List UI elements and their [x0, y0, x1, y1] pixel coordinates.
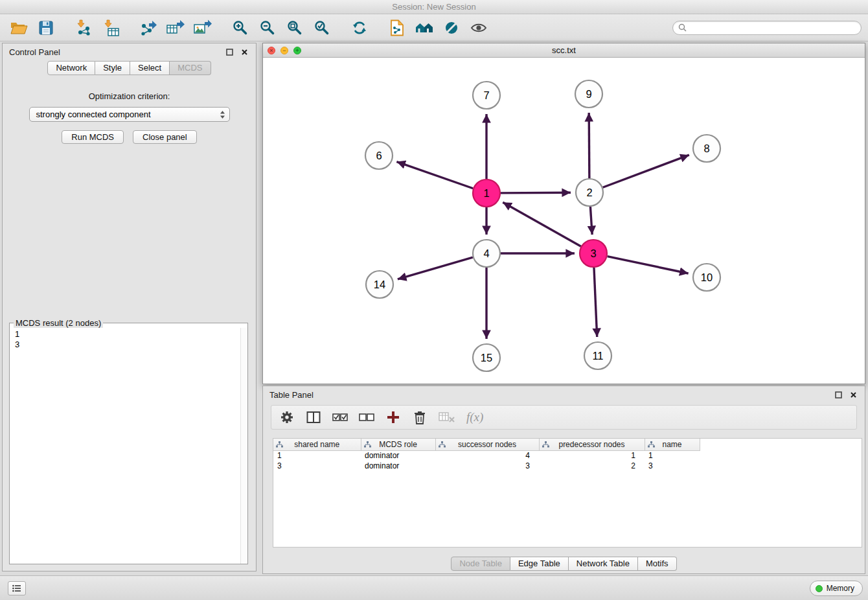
zoom-selected-button[interactable] [308, 16, 336, 40]
table-cell[interactable]: 4 [435, 450, 539, 461]
search-input[interactable] [690, 23, 856, 32]
graph-edge-2-9[interactable] [589, 113, 589, 178]
result-scrollbar[interactable] [240, 328, 247, 564]
tab-mcds[interactable]: MCDS [170, 61, 211, 75]
close-window-icon[interactable]: × [268, 47, 275, 54]
graph-node-1[interactable]: 1 [473, 179, 500, 207]
eye-button[interactable] [465, 16, 492, 40]
manage-networks-button[interactable] [383, 16, 411, 40]
float-panel-button[interactable] [224, 47, 234, 57]
column-header-successor-nodes[interactable]: successor nodes [435, 439, 539, 450]
graph-node-10[interactable]: 10 [693, 264, 720, 291]
graph-edge-4-14[interactable] [398, 257, 473, 279]
graph-edge-1-2[interactable] [501, 192, 571, 193]
table-cell[interactable]: 1 [539, 450, 645, 461]
run-mcds-button[interactable]: Run MCDS [62, 130, 124, 144]
delete-table-button[interactable] [439, 408, 455, 426]
graph-edge-1-6[interactable] [396, 162, 473, 189]
unselect-all-columns-button[interactable] [359, 408, 374, 426]
svg-text:3: 3 [590, 248, 596, 259]
optimization-select[interactable]: strongly connected component [29, 107, 230, 122]
zoom-window-icon[interactable]: + [293, 47, 301, 54]
graph-node-6[interactable]: 6 [365, 142, 393, 169]
node-table-area: shared nameMCDS rolesuccessor nodesprede… [273, 438, 862, 548]
column-header-MCDS-role[interactable]: MCDS role [361, 439, 435, 450]
vertical-splitter[interactable] [257, 43, 262, 574]
float-table-panel-button[interactable] [833, 389, 843, 400]
select-all-columns-button[interactable] [332, 408, 348, 426]
column-header-name[interactable]: name [645, 439, 700, 450]
table-cell[interactable]: dominator [361, 450, 435, 461]
function-builder-button[interactable]: f(x) [466, 408, 483, 426]
import-network-button[interactable] [70, 16, 97, 40]
graph-node-14[interactable]: 14 [366, 271, 393, 298]
table-cell[interactable]: 2 [539, 461, 645, 471]
close-panel-x-button[interactable] [239, 47, 249, 57]
graph-node-3[interactable]: 3 [580, 240, 607, 267]
graph-node-8[interactable]: 8 [693, 135, 720, 162]
header-filler [700, 439, 862, 450]
delete-columns-button[interactable] [412, 408, 428, 426]
trash-icon [413, 410, 426, 424]
graph-node-11[interactable]: 11 [584, 342, 611, 369]
search-box[interactable] [672, 21, 862, 35]
table-cell[interactable]: 1 [645, 450, 700, 461]
table-row[interactable]: 3dominator323 [273, 461, 862, 471]
zoom-fit-button[interactable] [281, 16, 308, 40]
table-cell[interactable]: 1 [273, 450, 361, 461]
zoom-out-button[interactable] [254, 16, 281, 40]
table-cell[interactable]: 3 [273, 461, 361, 471]
tab-select[interactable]: Select [130, 61, 170, 75]
graph-node-9[interactable]: 9 [575, 80, 602, 108]
tab-motifs[interactable]: Motifs [638, 557, 677, 571]
zoom-in-button[interactable] [227, 16, 254, 40]
table-cell[interactable]: 3 [645, 461, 700, 471]
refresh-layout-button[interactable] [346, 16, 373, 40]
graph-edge-2-8[interactable] [603, 155, 689, 187]
row-filler [700, 461, 862, 471]
tab-network[interactable]: Network [47, 61, 95, 75]
create-column-button[interactable] [385, 408, 401, 426]
export-network-button[interactable] [135, 16, 162, 40]
column-header-predecessor-nodes[interactable]: predecessor nodes [539, 439, 645, 450]
save-icon [38, 20, 54, 36]
network-canvas[interactable]: 7968124314101511 [263, 58, 865, 384]
window-title: Session: New Session [392, 2, 475, 12]
unselect-all-icon [359, 412, 374, 422]
graph-edge-3-11[interactable] [594, 268, 597, 337]
graph-edge-2-3[interactable] [590, 207, 592, 235]
graph-node-7[interactable]: 7 [473, 82, 500, 109]
close-table-panel-button[interactable] [848, 389, 858, 400]
table-row[interactable]: 1dominator411 [273, 450, 862, 461]
column-type-icon [648, 441, 655, 448]
graph-node-15[interactable]: 15 [473, 344, 500, 371]
import-table-button[interactable] [97, 16, 124, 40]
close-panel-button[interactable]: Close panel [133, 130, 197, 144]
column-header-shared-name[interactable]: shared name [273, 439, 361, 450]
graph-node-2[interactable]: 2 [576, 179, 603, 206]
export-image-button[interactable] [189, 16, 216, 40]
tab-style[interactable]: Style [95, 61, 130, 75]
result-line: 1 [15, 329, 242, 340]
minimize-window-icon[interactable]: − [280, 47, 288, 54]
tab-edge-table[interactable]: Edge Table [510, 557, 569, 571]
function-icon: f(x) [466, 410, 483, 424]
table-cell[interactable]: dominator [361, 461, 435, 471]
tab-node-table[interactable]: Node Table [451, 557, 510, 571]
show-columns-button[interactable] [306, 408, 321, 426]
column-type-icon [276, 441, 283, 448]
graph-edge-3-10[interactable] [608, 257, 689, 273]
tab-network-table[interactable]: Network Table [569, 557, 638, 571]
open-session-button[interactable] [5, 16, 32, 40]
graphics-toggle-button[interactable] [438, 16, 465, 40]
home-button[interactable] [411, 16, 438, 40]
graph-edge-3-1[interactable] [503, 202, 581, 246]
graph-node-4[interactable]: 4 [473, 240, 500, 267]
table-cell[interactable]: 3 [435, 461, 539, 471]
table-settings-button[interactable] [279, 408, 295, 426]
memory-button[interactable]: Memory [810, 581, 863, 596]
table-toolbar: f(x) [271, 405, 857, 430]
task-history-button[interactable] [8, 581, 26, 595]
export-table-button[interactable] [162, 16, 189, 40]
save-session-button[interactable] [32, 16, 60, 40]
